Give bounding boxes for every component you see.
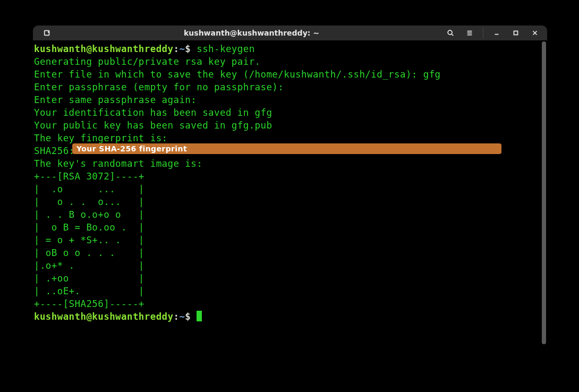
titlebar: kushwanth@kushwanthreddy: ~: [33, 25, 547, 40]
menu-button[interactable]: [461, 25, 479, 40]
out-line: The key fingerprint is:: [34, 133, 168, 143]
prompt-user: kushwanth@kushwanthreddy: [34, 44, 173, 54]
out-line: Enter passphrase (empty for no passphras…: [34, 82, 284, 92]
randomart-line: | o . . o... |: [34, 197, 144, 207]
fingerprint-redaction-label: Your SHA-256 fingerprint: [72, 143, 501, 154]
out-line: Generating public/private rsa key pair.: [34, 56, 261, 67]
terminal-window: kushwanth@kushwanthreddy: ~: [33, 25, 547, 368]
out-line: Your identification has been saved in gf…: [34, 107, 272, 118]
randomart-line: | . . B o.o+o o |: [34, 209, 144, 220]
out-line: Your public key has been saved in gfg.pu…: [34, 120, 272, 131]
maximize-icon: [512, 29, 520, 37]
search-icon: [447, 29, 454, 37]
new-tab-icon: [44, 29, 51, 37]
minimize-button[interactable]: [488, 25, 506, 40]
search-button[interactable]: [441, 25, 459, 40]
terminal-body: kushwanth@kushwanthreddy:~$ ssh-keygen G…: [33, 40, 547, 368]
hamburger-icon: [466, 29, 473, 37]
prompt-path: ~: [179, 44, 185, 54]
out-line: The key's randomart image is:: [34, 158, 202, 169]
prompt-dollar: $: [185, 311, 191, 322]
prompt-colon: :: [173, 44, 179, 54]
scrollbar-track[interactable]: [541, 40, 547, 368]
out-line: Enter same passphrase again:: [34, 95, 197, 105]
close-button[interactable]: [526, 25, 544, 40]
close-icon: [531, 29, 539, 37]
out-line: Enter file in which to save the key (/ho…: [34, 69, 441, 80]
randomart-line: | = o + *S+.. . |: [34, 235, 144, 245]
randomart-line: |.o+* . |: [34, 260, 144, 271]
svg-point-3: [448, 30, 452, 35]
svg-line-4: [452, 34, 453, 36]
minimize-icon: [493, 29, 500, 37]
randomart-line: | o B = Bo.oo . |: [34, 222, 144, 233]
window-title: kushwanth@kushwanthreddy: ~: [62, 29, 441, 37]
prompt-path: ~: [179, 311, 185, 322]
typed-command: ssh-keygen: [197, 44, 254, 54]
out-line-sha: SHA256:: [34, 146, 75, 156]
randomart-line: +---[RSA 3072]----+: [34, 171, 144, 182]
randomart-line: | oB o o . . . |: [34, 248, 144, 258]
new-tab-button[interactable]: [38, 25, 56, 40]
titlebar-separator: [483, 28, 483, 38]
maximize-button[interactable]: [507, 25, 525, 40]
prompt-user: kushwanth@kushwanthreddy: [34, 311, 173, 322]
randomart-line: +----[SHA256]-----+: [34, 299, 144, 309]
randomart-line: | .o ... |: [34, 184, 144, 194]
prompt-colon: :: [173, 311, 179, 322]
randomart-line: | .+oo |: [34, 273, 144, 284]
svg-rect-9: [514, 31, 518, 35]
scrollbar-thumb[interactable]: [542, 41, 546, 344]
cursor: [197, 311, 202, 321]
randomart-line: | ..oE+. |: [34, 286, 144, 296]
prompt-dollar: $: [185, 44, 191, 54]
terminal-output[interactable]: kushwanth@kushwanthreddy:~$ ssh-keygen G…: [33, 40, 541, 368]
